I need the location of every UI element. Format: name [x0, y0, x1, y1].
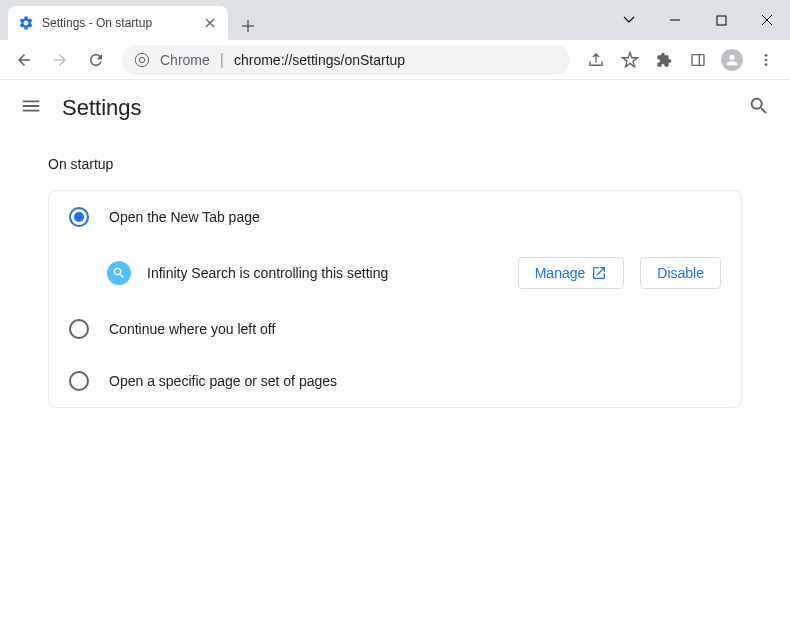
option-specific[interactable]: Open a specific page or set of pages — [49, 355, 741, 407]
extensions-icon[interactable] — [648, 44, 680, 76]
startup-card: Open the New Tab page Infinity Search is… — [48, 190, 742, 408]
disable-label: Disable — [657, 265, 704, 281]
reload-button[interactable] — [80, 44, 112, 76]
profile-avatar[interactable] — [716, 44, 748, 76]
page-title: Settings — [62, 95, 142, 121]
forward-button[interactable] — [44, 44, 76, 76]
section-label: On startup — [48, 156, 742, 172]
omnibox-divider: | — [220, 51, 224, 69]
omnibox-path: chrome://settings/onStartup — [234, 52, 405, 68]
svg-point-7 — [765, 63, 768, 66]
browser-tab[interactable]: Settings - On startup — [8, 6, 228, 40]
window-controls — [606, 0, 790, 40]
extension-notice: Infinity Search is controlling this sett… — [49, 243, 741, 303]
option-label: Open the New Tab page — [109, 209, 260, 225]
manage-label: Manage — [535, 265, 586, 281]
share-icon[interactable] — [580, 44, 612, 76]
back-button[interactable] — [8, 44, 40, 76]
more-menu-icon[interactable] — [750, 44, 782, 76]
minimize-button[interactable] — [652, 0, 698, 40]
option-new-tab[interactable]: Open the New Tab page — [49, 191, 741, 243]
new-tab-button[interactable] — [234, 12, 262, 40]
svg-rect-0 — [717, 16, 726, 25]
tab-title: Settings - On startup — [42, 16, 194, 30]
option-label: Open a specific page or set of pages — [109, 373, 337, 389]
browser-toolbar: Chrome | chrome://settings/onStartup — [0, 40, 790, 80]
gear-icon — [18, 15, 34, 31]
svg-point-5 — [765, 54, 768, 57]
svg-rect-3 — [692, 54, 704, 65]
option-continue[interactable]: Continue where you left off — [49, 303, 741, 355]
radio-continue[interactable] — [69, 319, 89, 339]
disable-button[interactable]: Disable — [640, 257, 721, 289]
manage-button[interactable]: Manage — [518, 257, 625, 289]
svg-point-1 — [135, 53, 148, 66]
svg-point-6 — [765, 58, 768, 61]
title-bar: Settings - On startup — [0, 0, 790, 40]
settings-header: Settings — [0, 80, 790, 136]
menu-icon[interactable] — [20, 95, 42, 121]
radio-new-tab[interactable] — [69, 207, 89, 227]
settings-content: On startup Open the New Tab page Infinit… — [0, 136, 790, 428]
close-window-button[interactable] — [744, 0, 790, 40]
omnibox-host: Chrome — [160, 52, 210, 68]
chrome-icon — [134, 52, 150, 68]
svg-point-2 — [139, 57, 144, 62]
address-bar[interactable]: Chrome | chrome://settings/onStartup — [122, 45, 570, 75]
option-label: Continue where you left off — [109, 321, 275, 337]
extension-message: Infinity Search is controlling this sett… — [147, 265, 502, 281]
close-tab-icon[interactable] — [202, 15, 218, 31]
search-icon[interactable] — [748, 95, 770, 121]
dropdown-icon[interactable] — [606, 0, 652, 40]
side-panel-icon[interactable] — [682, 44, 714, 76]
maximize-button[interactable] — [698, 0, 744, 40]
radio-specific[interactable] — [69, 371, 89, 391]
extension-app-icon — [107, 261, 131, 285]
bookmark-icon[interactable] — [614, 44, 646, 76]
external-link-icon — [591, 265, 607, 281]
